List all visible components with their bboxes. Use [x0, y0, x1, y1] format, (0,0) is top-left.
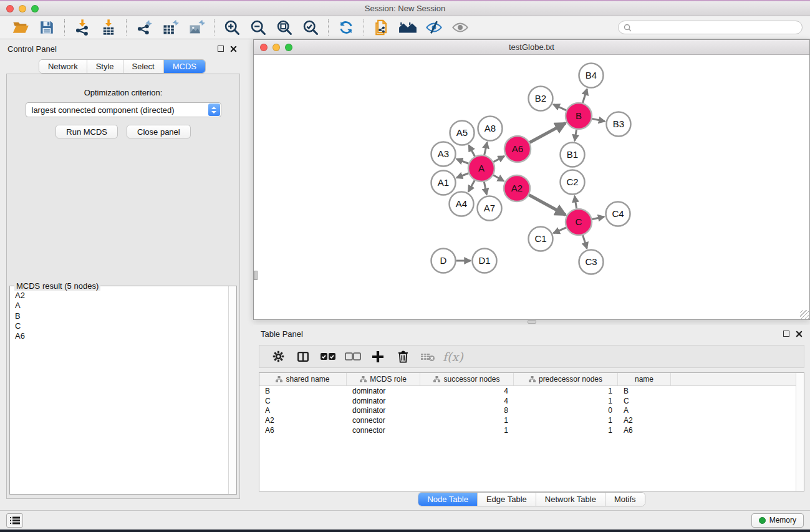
zoom-selected-button[interactable] [297, 17, 324, 37]
node-B3[interactable]: B3 [607, 112, 631, 137]
show-view-button[interactable] [447, 17, 473, 37]
node-D[interactable]: D [432, 249, 456, 273]
save-session-button[interactable] [34, 17, 60, 37]
table-row[interactable]: Adominator80A [259, 406, 804, 416]
cell-name[interactable]: A6 [618, 426, 671, 435]
column-header-shared-name[interactable]: shared name [259, 373, 347, 385]
import-network-button[interactable] [69, 17, 95, 37]
cell-name[interactable]: A [618, 406, 671, 415]
show-task-history-button[interactable] [6, 513, 23, 528]
node-B[interactable]: B [566, 103, 592, 129]
edge-A6-B[interactable] [529, 123, 566, 142]
edge-C-C3[interactable] [583, 235, 587, 249]
panel-grip-icon[interactable] [254, 271, 258, 280]
close-panel-icon[interactable] [230, 46, 237, 52]
open-file-button[interactable] [7, 17, 34, 37]
cell-MCDS-role[interactable]: dominator [347, 387, 420, 395]
node-D1[interactable]: D1 [473, 249, 497, 273]
node-A4[interactable]: A4 [450, 192, 474, 216]
node-C1[interactable]: C1 [529, 227, 553, 251]
home-button[interactable] [395, 17, 421, 37]
tab-style[interactable]: Style [87, 60, 123, 73]
zoom-fit-button[interactable] [271, 17, 297, 37]
cell-name[interactable]: A2 [618, 416, 671, 425]
cell-MCDS-role[interactable]: connector [347, 416, 420, 425]
network-window-titlebar[interactable]: testGlobe.txt [254, 40, 809, 55]
network-canvas[interactable]: AA1A2A3A4A5A6A7A8BB1B2B3B4CC1C2C3C4DD1 [254, 56, 809, 319]
tab-node-table[interactable]: Node Table [418, 493, 478, 506]
run-mcds-button[interactable]: Run MCDS [55, 125, 118, 138]
cell-predecessor-nodes[interactable]: 1 [514, 416, 618, 425]
cell-MCDS-role[interactable]: dominator [347, 397, 420, 405]
table-settings-button[interactable] [266, 347, 291, 366]
float-table-panel-icon[interactable] [783, 331, 789, 337]
close-panel-button[interactable]: Close panel [127, 125, 191, 138]
edge-B-B4[interactable] [582, 89, 587, 103]
column-header-name[interactable]: name [618, 373, 671, 385]
cell-MCDS-role[interactable]: connector [347, 426, 420, 435]
cell-shared-name[interactable]: A6 [259, 426, 347, 435]
column-header-successor-nodes[interactable]: successor nodes [420, 373, 514, 385]
cell-successor-nodes[interactable]: 8 [420, 406, 514, 415]
edge-A-A1[interactable] [456, 173, 468, 178]
mcds-result-item[interactable]: A6 [15, 331, 231, 341]
table-row[interactable]: A6connector11A6 [259, 425, 804, 435]
cell-shared-name[interactable]: A2 [259, 416, 347, 425]
tab-select[interactable]: Select [123, 60, 164, 73]
export-image-button[interactable] [183, 17, 210, 37]
delete-columns-button[interactable] [390, 347, 415, 366]
edge-B-B3[interactable] [592, 118, 605, 121]
edge-A-A2[interactable] [493, 175, 504, 181]
edge-A2-C[interactable] [529, 195, 566, 215]
mcds-result-item[interactable]: A [15, 301, 231, 311]
divider-grip-icon[interactable] [528, 320, 536, 324]
deselect-all-columns-button[interactable] [340, 347, 365, 366]
node-A6[interactable]: A6 [504, 136, 531, 162]
node-B1[interactable]: B1 [561, 143, 585, 167]
node-A1[interactable]: A1 [432, 171, 456, 195]
cell-name[interactable]: C [618, 397, 671, 405]
cell-successor-nodes[interactable]: 4 [420, 387, 514, 395]
cell-predecessor-nodes[interactable]: 1 [514, 426, 618, 435]
cell-predecessor-nodes[interactable]: 0 [514, 406, 618, 415]
mcds-result-scrollbar[interactable] [228, 286, 236, 494]
edge-A-A5[interactable] [469, 145, 475, 157]
select-all-columns-button[interactable] [316, 347, 340, 366]
cell-shared-name[interactable]: C [259, 397, 347, 405]
edge-A-A3[interactable] [456, 159, 468, 163]
zoom-in-button[interactable] [219, 17, 245, 37]
cell-shared-name[interactable]: B [259, 387, 347, 395]
import-table-button[interactable] [95, 17, 122, 37]
delete-table-button[interactable] [415, 347, 440, 366]
node-B2[interactable]: B2 [529, 87, 553, 111]
node-C4[interactable]: C4 [606, 202, 630, 226]
node-A[interactable]: A [468, 155, 494, 181]
refresh-button[interactable] [333, 17, 359, 37]
cell-name[interactable]: B [618, 387, 671, 395]
tab-motifs[interactable]: Motifs [605, 493, 645, 506]
node-A8[interactable]: A8 [478, 117, 503, 141]
node-A3[interactable]: A3 [432, 142, 456, 167]
mcds-result-item[interactable]: B [15, 311, 231, 321]
edge-A-A4[interactable] [468, 180, 475, 191]
table-row[interactable]: A2connector11A2 [259, 415, 804, 425]
node-C[interactable]: C [566, 209, 592, 235]
new-network-from-file-button[interactable] [369, 17, 395, 37]
edge-A-A6[interactable] [493, 156, 504, 162]
edge-A-A8[interactable] [485, 142, 487, 155]
mcds-result-item[interactable]: C [15, 321, 231, 331]
tab-mcds[interactable]: MCDS [164, 60, 205, 73]
edge-B-B2[interactable] [553, 104, 566, 110]
cell-successor-nodes[interactable]: 1 [420, 416, 514, 425]
edge-B-B1[interactable] [575, 130, 577, 141]
tab-edge-table[interactable]: Edge Table [478, 493, 536, 506]
tab-network-table[interactable]: Network Table [536, 493, 605, 506]
cell-predecessor-nodes[interactable]: 1 [514, 387, 618, 395]
cell-successor-nodes[interactable]: 1 [420, 426, 514, 435]
column-header-predecessor-nodes[interactable]: predecessor nodes [514, 373, 618, 385]
table-row[interactable]: Cdominator41C [259, 396, 804, 406]
node-A7[interactable]: A7 [478, 196, 502, 221]
window-resize-grip-icon[interactable] [800, 310, 809, 319]
node-C2[interactable]: C2 [561, 170, 585, 195]
search-input[interactable] [635, 23, 797, 32]
